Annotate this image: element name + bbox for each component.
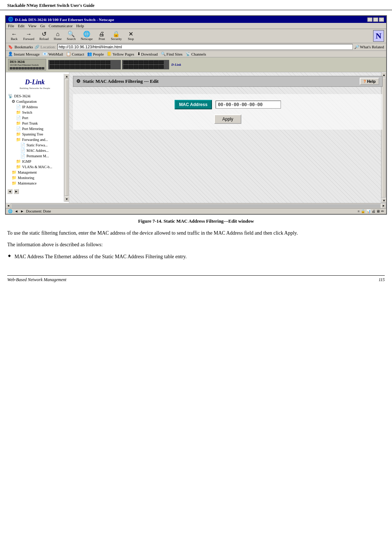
menu-file[interactable]: File (8, 24, 14, 28)
bookmarks-label[interactable]: Bookmarks (15, 45, 33, 49)
sidebar-item-configuration[interactable]: ⚙ Configuration (6, 99, 64, 104)
bm-webmail[interactable]: 📧 WebMail (42, 52, 63, 56)
people-label: People (93, 52, 104, 56)
status-nav-back[interactable]: ◄ (15, 209, 18, 213)
sidebar-scroll-left[interactable]: ◄ (7, 189, 12, 194)
apply-button[interactable]: Apply (214, 114, 241, 124)
close-button[interactable]: × (379, 17, 384, 22)
sidebar-item-forwarding[interactable]: 📁 Forwarding and... (6, 137, 64, 142)
panel-title-text: Static MAC Address Filtering --- Edit (83, 78, 159, 84)
ip-address-label: IP Address (22, 105, 38, 109)
permanent-m-icon: 📄 (20, 154, 25, 158)
menu-communicator[interactable]: Communicator (49, 24, 73, 28)
netscape-button[interactable]: 🌐 Netscape (79, 31, 95, 41)
main-scroll-down[interactable]: ▼ (381, 198, 386, 203)
bookmarks-bar: 👤 Instant Message 📧 WebMail 📋 Contact 👥 … (6, 51, 386, 57)
search-icon: 🔍 (68, 31, 75, 37)
url-input[interactable]: http://10.10.96.123/html/Hmain.html (57, 44, 353, 50)
mac-address-label-button[interactable]: MAC Address (175, 100, 212, 109)
sidebar-item-maintenance[interactable]: 📁 Maintenance (6, 181, 64, 186)
page-footer: Web-Based Network Management 115 (7, 275, 385, 283)
reload-icon: ↺ (42, 31, 46, 37)
menu-help[interactable]: Help (76, 24, 84, 28)
minimize-button[interactable]: ─ (367, 17, 372, 22)
bm-instant-message[interactable]: 👤 Instant Message (8, 52, 40, 56)
sidebar-item-monitoring[interactable]: 📁 Monitoring (6, 175, 64, 181)
browser-titlebar: 🌐 D-Link DES-3624i 10/100 Fast Ethernet … (6, 16, 386, 23)
bm-download[interactable]: ⬇ Download (137, 52, 158, 56)
sidebar-item-permanent-m[interactable]: 📄 Permanent M... (6, 153, 64, 159)
port-mirroring-label: Port Mirroring (22, 127, 44, 131)
bm-yellow-pages[interactable]: 📒 Yellow Pages (107, 52, 134, 56)
netscape-label: Netscape (81, 37, 93, 41)
webmail-icon: 📧 (42, 52, 48, 56)
sidebar-item-static-forwa[interactable]: 📄 Static Forwa... (6, 142, 64, 148)
download-icon: ⬇ (137, 52, 140, 56)
location-bar: 🔖 Bookmarks 🔗 Location: http://10.10.96.… (6, 43, 386, 51)
sidebar-item-spanning-tree[interactable]: 📁 Spanning Tree (6, 131, 64, 137)
mac-address-input[interactable] (216, 101, 281, 109)
channels-label: Channels (191, 52, 206, 56)
find-sites-icon: 🔍 (161, 52, 166, 56)
bm-find-sites[interactable]: 🔍 Find Sites (161, 52, 183, 56)
search-button[interactable]: 🔍 Search (65, 31, 78, 41)
print-button[interactable]: 🖨 Print (95, 31, 108, 41)
browser-title: D-Link DES-3624i 10/100 Fast Ethernet Sw… (15, 17, 114, 22)
sidebar-item-des3624i[interactable]: 📡 DES-3624i (6, 93, 64, 99)
menu-view[interactable]: View (28, 24, 36, 28)
back-button[interactable]: ← Back (8, 31, 20, 41)
h-scroll-left[interactable]: ◄ (6, 203, 11, 208)
scroll-thumb[interactable] (65, 80, 68, 196)
static-forwa-label: Static Forwa... (26, 143, 48, 147)
reload-button[interactable]: ↺ Reload (37, 31, 51, 41)
status-left: 🌐 ◄ ► Document: Done (8, 209, 51, 213)
status-icon-list: ≡ (358, 209, 360, 213)
sidebar-item-vlans[interactable]: 📁 VLANs & MAC-b... (6, 164, 64, 170)
sidebar-item-switch[interactable]: 📁 Switch (6, 110, 64, 115)
security-button[interactable]: 🔒 Security (109, 31, 124, 41)
find-sites-label: Find Sites (167, 52, 183, 56)
forward-button[interactable]: → Forward (21, 31, 37, 41)
switch-label: Switch (22, 110, 32, 114)
switch-dlink-logo: D-Link (171, 63, 181, 66)
sidebar-item-management[interactable]: 📁 Management (6, 170, 64, 175)
sidebar-item-port-mirroring[interactable]: 📄 Port Mirroring (6, 126, 64, 131)
sidebar-item-igmp[interactable]: 📁 IGMP (6, 159, 64, 164)
sidebar-scroll-right[interactable]: ► (14, 189, 19, 194)
channels-icon: 📡 (185, 52, 191, 56)
forward-icon: → (26, 31, 32, 37)
stop-button[interactable]: ✕ Stop (124, 31, 137, 41)
vlans-label: VLANs & MAC-b... (22, 165, 52, 169)
netscape-icon: 🌐 (83, 31, 90, 37)
whats-related-button[interactable]: 🔎 What's Related (354, 45, 384, 49)
port-label: Port (22, 116, 28, 120)
sidebar-item-mac-addres[interactable]: 📄 MAC Addres... (6, 148, 64, 153)
bm-channels[interactable]: 📡 Channels (185, 52, 206, 56)
netscape-n-logo: N (373, 30, 384, 42)
sidebar-item-ip-address[interactable]: 📄 IP Address (6, 104, 64, 110)
print-label: Print (99, 37, 105, 41)
bm-people[interactable]: 👥 People (87, 52, 104, 56)
h-scroll-right[interactable]: ► (381, 203, 386, 208)
menu-edit[interactable]: Edit (18, 24, 24, 28)
sidebar-item-port[interactable]: 📄 Port (6, 115, 64, 121)
security-icon: 🔒 (113, 31, 120, 37)
menu-go[interactable]: Go (40, 24, 45, 28)
scroll-down-arrow[interactable]: ▼ (64, 197, 69, 202)
scroll-up-arrow[interactable]: ▲ (64, 74, 69, 79)
maximize-button[interactable]: □ (373, 17, 378, 22)
help-button[interactable]: ? Help (360, 78, 379, 85)
home-button[interactable]: ⌂ Home (52, 31, 64, 41)
port-trunk-icon: 📁 (16, 121, 21, 126)
status-right: ≡ 🔒 📊 🖨 🖥 ✏ (358, 209, 384, 213)
vlans-icon: 📁 (16, 165, 21, 169)
sidebar-dlink-sub: Building Networks for People (7, 87, 62, 90)
sidebar-item-port-trunk[interactable]: 📁 Port Trunk (6, 121, 64, 126)
status-nav-forward[interactable]: ► (20, 209, 24, 213)
bm-contact[interactable]: 📋 Contact (66, 52, 84, 56)
status-icon-edit: ✏ (381, 209, 384, 213)
bullet-item-mac-address: MAC Address The Ethernet address of the … (15, 253, 385, 261)
people-icon: 👥 (87, 52, 92, 56)
sidebar-scrollbar: ▲ ▼ (64, 74, 69, 202)
download-label: Download (141, 52, 158, 56)
